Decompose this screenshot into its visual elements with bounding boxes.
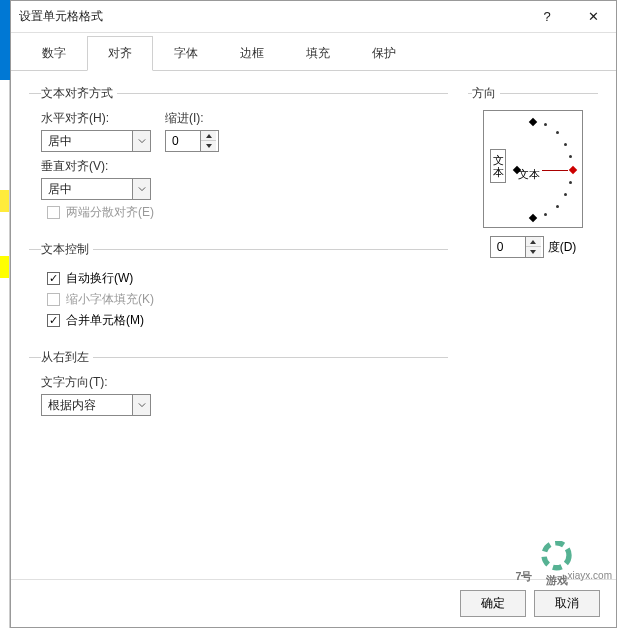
horizontal-align-label: 水平对齐(H): bbox=[41, 110, 151, 127]
text-direction-select[interactable]: 根据内容 bbox=[41, 394, 151, 416]
indent-input[interactable] bbox=[166, 131, 200, 151]
tab-number[interactable]: 数字 bbox=[21, 36, 87, 71]
orientation-group: 方向 文本 文本 bbox=[468, 85, 598, 266]
tab-bar: 数字 对齐 字体 边框 填充 保护 bbox=[11, 35, 616, 71]
diamond-icon bbox=[529, 118, 537, 126]
orientation-legend: 方向 bbox=[472, 85, 500, 102]
dot-icon bbox=[564, 193, 567, 196]
degrees-stepper[interactable] bbox=[490, 236, 544, 258]
text-direction-value: 根据内容 bbox=[42, 397, 132, 414]
merge-cells-checkbox[interactable]: 合并单元格(M) bbox=[47, 312, 448, 329]
tab-border[interactable]: 边框 bbox=[219, 36, 285, 71]
help-button[interactable]: ? bbox=[524, 1, 570, 33]
orientation-indicator-line bbox=[542, 170, 568, 171]
checkbox-icon bbox=[47, 293, 60, 306]
format-cells-dialog: 设置单元格格式 ? ✕ 数字 对齐 字体 边框 填充 保护 文本对齐方式 水平对… bbox=[10, 0, 617, 628]
dialog-body: 文本对齐方式 水平对齐(H): 居中 缩进(I): bbox=[11, 71, 616, 579]
checkbox-icon bbox=[47, 272, 60, 285]
diamond-icon bbox=[569, 166, 577, 174]
chevron-down-icon bbox=[132, 131, 150, 151]
checkbox-icon bbox=[47, 206, 60, 219]
spin-down-icon[interactable] bbox=[201, 141, 216, 151]
indent-label: 缩进(I): bbox=[165, 110, 219, 127]
chevron-down-icon bbox=[132, 179, 150, 199]
justify-distributed-checkbox: 两端分散对齐(E) bbox=[47, 204, 448, 221]
chevron-down-icon bbox=[132, 395, 150, 415]
wrap-text-checkbox[interactable]: 自动换行(W) bbox=[47, 270, 448, 287]
vertical-align-value: 居中 bbox=[42, 181, 132, 198]
dot-icon bbox=[556, 131, 559, 134]
dot-icon bbox=[544, 213, 547, 216]
dialog-footer: 确定 取消 bbox=[11, 579, 616, 627]
tab-font[interactable]: 字体 bbox=[153, 36, 219, 71]
rtl-legend: 从右到左 bbox=[41, 349, 93, 366]
dot-icon bbox=[544, 123, 547, 126]
tab-protection[interactable]: 保护 bbox=[351, 36, 417, 71]
ok-button[interactable]: 确定 bbox=[460, 590, 526, 617]
text-direction-label: 文字方向(T): bbox=[41, 374, 448, 391]
horizontal-align-value: 居中 bbox=[42, 133, 132, 150]
close-button[interactable]: ✕ bbox=[570, 1, 616, 33]
dot-icon bbox=[556, 205, 559, 208]
cancel-button[interactable]: 取消 bbox=[534, 590, 600, 617]
rtl-group: 从右到左 文字方向(T): 根据内容 bbox=[29, 349, 448, 422]
spin-down-icon[interactable] bbox=[526, 247, 541, 257]
text-alignment-group: 文本对齐方式 水平对齐(H): 居中 缩进(I): bbox=[29, 85, 448, 231]
degrees-input[interactable] bbox=[491, 237, 525, 257]
dot-icon bbox=[569, 155, 572, 158]
dot-icon bbox=[564, 143, 567, 146]
spin-up-icon[interactable] bbox=[201, 131, 216, 141]
tab-fill[interactable]: 填充 bbox=[285, 36, 351, 71]
orientation-vertical-label: 文本 bbox=[490, 149, 506, 183]
shrink-to-fit-checkbox: 缩小字体填充(K) bbox=[47, 291, 448, 308]
tab-alignment[interactable]: 对齐 bbox=[87, 36, 153, 71]
vertical-align-label: 垂直对齐(V): bbox=[41, 158, 448, 175]
dialog-title: 设置单元格格式 bbox=[19, 8, 524, 25]
horizontal-align-select[interactable]: 居中 bbox=[41, 130, 151, 152]
text-control-group: 文本控制 自动换行(W) 缩小字体填充(K) 合并单元格(M) bbox=[29, 241, 448, 339]
checkbox-icon bbox=[47, 314, 60, 327]
dot-icon bbox=[569, 181, 572, 184]
text-control-legend: 文本控制 bbox=[41, 241, 93, 258]
titlebar: 设置单元格格式 ? ✕ bbox=[11, 1, 616, 33]
indent-stepper[interactable] bbox=[165, 130, 219, 152]
degrees-label: 度(D) bbox=[548, 239, 577, 256]
spin-up-icon[interactable] bbox=[526, 237, 541, 247]
text-alignment-legend: 文本对齐方式 bbox=[41, 85, 117, 102]
diamond-icon bbox=[529, 214, 537, 222]
spreadsheet-row-headers bbox=[0, 80, 10, 628]
vertical-align-select[interactable]: 居中 bbox=[41, 178, 151, 200]
orientation-control[interactable]: 文本 文本 bbox=[483, 110, 583, 228]
